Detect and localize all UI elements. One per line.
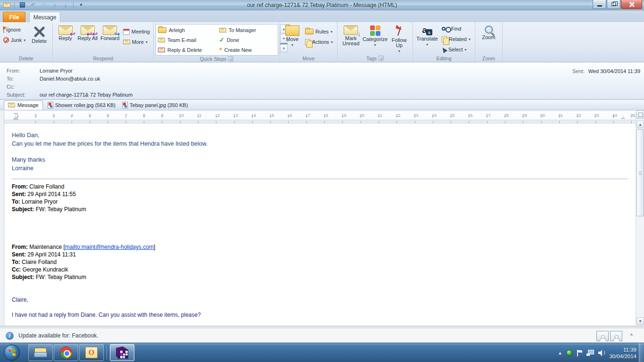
attachment-tebay-panel[interactable]: Tebay panel.jpg (350 KB)	[120, 101, 190, 109]
vertical-scrollbar[interactable]: ▲ ▼	[636, 111, 644, 326]
actions-button[interactable]: Actions ▾	[304, 38, 334, 46]
ruler-number: 18	[323, 113, 328, 118]
meeting-button[interactable]: Meeting	[122, 27, 151, 36]
ruler-lower-strip	[4, 120, 636, 123]
network-icon[interactable]	[586, 350, 594, 356]
ignore-icon	[3, 27, 4, 33]
body-line: I have not had a reply from Diane. Can y…	[12, 311, 628, 319]
save-icon[interactable]	[18, 1, 26, 9]
ruler-number: 25	[450, 113, 454, 118]
quote2-subject: Subject: FW: Tebay Platinum	[12, 273, 628, 281]
qat-separator	[73, 2, 74, 8]
select-button[interactable]: Select ▾	[440, 45, 472, 54]
people-pane-contact-2[interactable]	[610, 331, 622, 341]
ruler-number: 17	[305, 113, 310, 118]
follow-up-button[interactable]: Follow Up ▾	[388, 24, 411, 55]
next-item-icon[interactable]: ↓	[61, 1, 70, 9]
rules-icon	[305, 29, 314, 34]
find-button[interactable]: Find	[440, 25, 472, 33]
people-pane-expand-icon[interactable]: ^	[630, 333, 633, 337]
customize-qat-icon[interactable]: ▼	[77, 1, 85, 9]
quicksteps-dialog-launcher-icon[interactable]: ◿	[228, 56, 233, 61]
restore-button[interactable]	[607, 0, 620, 9]
ruler-number: 23	[414, 113, 419, 118]
action-center-flag-icon[interactable]	[577, 350, 582, 356]
previous-item-icon[interactable]: ↑	[50, 1, 59, 9]
zoom-magnifier-icon	[485, 25, 493, 34]
reply-button[interactable]: ↩ Reply	[55, 24, 76, 55]
status-message: Update available for: Facebook.	[18, 332, 98, 339]
group-move: Move ▾ Rules ▾ Actions ▾ Move	[280, 22, 338, 62]
delete-button[interactable]: Delete	[28, 24, 50, 55]
ruler-number: 33	[594, 113, 599, 118]
ruler-number: 22	[396, 113, 400, 118]
quick-steps-list: Arleigh To Manager Team E-mail ✓ Done Re…	[156, 24, 278, 56]
quote2-sent: Sent: 29 April 2014 11:31	[12, 251, 628, 258]
minimize-button[interactable]	[593, 0, 606, 9]
quickstep-done[interactable]: ✓ Done	[219, 35, 276, 44]
redo-icon[interactable]: ↷	[40, 1, 48, 9]
group-label-quick-steps: Quick Steps	[200, 56, 227, 62]
related-button[interactable]: Related ▾	[440, 35, 472, 43]
ruler-number: 28	[504, 113, 509, 118]
taskbar-outlook-button[interactable]: O	[79, 344, 104, 361]
rules-button[interactable]: Rules ▾	[304, 27, 334, 36]
taskbar-chrome-button[interactable]	[54, 344, 78, 361]
ruler-number: 35	[630, 113, 635, 118]
tray-expand-icon[interactable]: ▲	[558, 351, 562, 355]
taskbar-clock[interactable]: 11:39 30/04/2014	[609, 346, 636, 360]
zoom-button[interactable]: Zoom	[477, 24, 500, 55]
taskbar-explorer-button[interactable]	[28, 344, 53, 361]
actions-icon	[305, 39, 310, 45]
tray-status-icon[interactable]	[566, 350, 572, 356]
ruler-toggle-button[interactable]	[636, 110, 644, 119]
attachment-shower-roller[interactable]: Shower roller.jpg (563 KB)	[46, 101, 117, 109]
explorer-icon	[34, 348, 47, 357]
close-button[interactable]	[621, 0, 642, 9]
scroll-up-button[interactable]: ▲	[636, 121, 644, 128]
scroll-down-button[interactable]: ▼	[636, 317, 644, 325]
ruler-number: 13	[233, 113, 238, 118]
forward-button[interactable]: ↪ Forward	[99, 24, 121, 55]
quickstep-reply-delete[interactable]: Reply & Delete	[158, 45, 219, 54]
people-pane-contact-1[interactable]	[596, 331, 609, 341]
move-button[interactable]: Move ▾	[282, 24, 303, 55]
body-line: Lorraine	[12, 164, 628, 173]
quickstep-arleigh[interactable]: Arleigh	[158, 25, 219, 34]
mailto-link[interactable]: mailto:maint@hendra-holidays.com	[65, 244, 154, 250]
taskbar-active-app-button[interactable]	[110, 344, 134, 361]
quickstep-to-manager[interactable]: To Manager	[219, 25, 276, 34]
outlook-message-window: ↶ ↷ ↑ ↓ ▼ our ref charge-1271& 72 Tebay …	[0, 0, 644, 362]
undo-icon[interactable]: ↶	[29, 1, 37, 9]
tags-dialog-launcher-icon[interactable]: ◿	[379, 56, 384, 61]
mark-unread-button[interactable]: ↓ Mark Unread	[339, 24, 363, 55]
reply-icon: ↩	[58, 25, 73, 35]
tab-file[interactable]: File	[3, 12, 25, 22]
categorize-button[interactable]: Categorize ▾	[363, 24, 387, 55]
to-manager-icon	[219, 28, 226, 33]
show-desktop-button[interactable]	[639, 343, 644, 362]
from-value: Lorraine Pryor	[40, 68, 73, 74]
volume-icon[interactable]	[598, 350, 605, 356]
clock-date: 30/04/2014	[609, 353, 636, 360]
quickstep-create-new[interactable]: * Create New	[219, 45, 276, 54]
quickstep-team-email[interactable]: Team E-mail	[158, 35, 219, 44]
more-respond-button[interactable]: More ▾	[122, 38, 151, 46]
reply-all-icon: ↩↩	[81, 25, 95, 35]
tab-message[interactable]: Message	[29, 12, 60, 22]
ignore-button[interactable]: Ignore	[2, 25, 27, 34]
ruler-number: 3	[53, 113, 55, 118]
reply-all-button[interactable]: ↩↩ Reply All	[77, 24, 98, 55]
quote1-sent: Sent: 29 April 2014 11:55	[12, 190, 628, 198]
start-button[interactable]	[2, 344, 22, 362]
reply-delete-icon	[158, 48, 165, 52]
dropdown-icon: ▾	[146, 40, 148, 44]
attachment-bar: Message Shower roller.jpg (563 KB) Tebay…	[0, 100, 644, 110]
message-view-tab[interactable]: Message	[4, 100, 43, 110]
dropdown-icon: ▾	[426, 42, 428, 47]
translate-button[interactable]: aa Translate ▾	[415, 24, 439, 55]
ruler-number: 27	[486, 113, 491, 118]
junk-button[interactable]: Junk ▾	[2, 36, 27, 44]
mail-app-icon	[2, 1, 11, 9]
scroll-thumb[interactable]	[636, 129, 644, 216]
